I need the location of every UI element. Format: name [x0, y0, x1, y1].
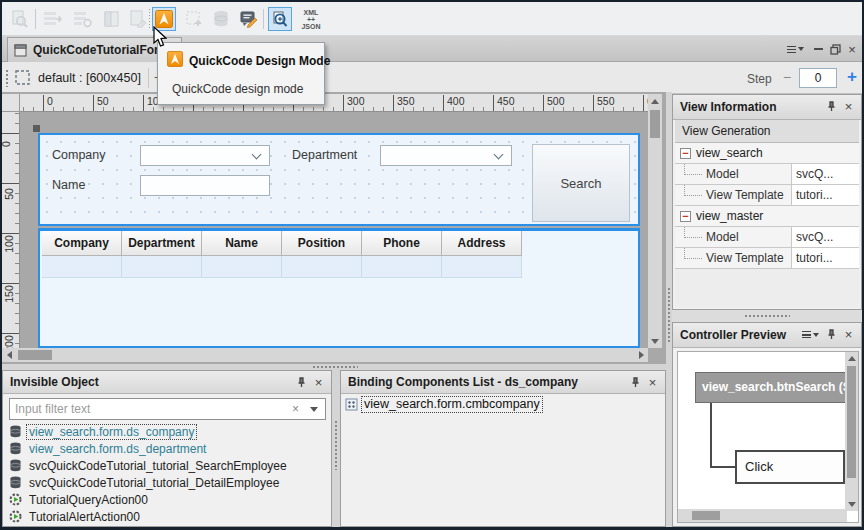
name-input[interactable]: [140, 175, 270, 196]
add-component-button[interactable]: [182, 7, 206, 31]
tree-row-value[interactable]: tutori...: [791, 185, 859, 205]
component-icon: [345, 398, 358, 411]
step-value-input[interactable]: [799, 68, 837, 88]
tree-row-label: View Template: [706, 251, 784, 265]
scrollbar-thumb[interactable]: [650, 110, 660, 138]
minimize-button[interactable]: [812, 42, 824, 56]
restore-button[interactable]: [828, 42, 842, 56]
close-panel-button[interactable]: ×: [841, 327, 856, 342]
panel-menu-button[interactable]: [801, 327, 819, 342]
collapse-icon[interactable]: −: [680, 148, 691, 159]
tree-row-value[interactable]: svcQ...: [791, 227, 859, 247]
tree-row-value[interactable]: svcQ...: [791, 164, 859, 184]
panel-header[interactable]: Invisible Object ×: [3, 371, 331, 394]
filter-input[interactable]: [15, 401, 275, 417]
scroll-up-button[interactable]: [648, 94, 662, 108]
triangle-down-icon: [651, 339, 659, 344]
close-panel-button[interactable]: ×: [841, 99, 856, 114]
toolbar-drag-grip[interactable]: [5, 69, 9, 87]
tree-row[interactable]: Model svcQ...: [675, 164, 859, 185]
pin-button[interactable]: [824, 327, 839, 342]
list-item[interactable]: TutorialQueryAction00: [5, 491, 329, 508]
tree-row[interactable]: View Template tutori...: [675, 248, 859, 269]
zoom-preview-button[interactable]: [268, 7, 292, 31]
results-grid[interactable]: Company Department Name Position Phone A…: [38, 228, 640, 348]
controller-vertical-scrollbar[interactable]: [845, 352, 858, 511]
design-area: 0 50 100 150 200 250 300 350 400 450 500…: [2, 92, 666, 364]
grid-cell: [442, 256, 522, 278]
grid-column-header[interactable]: Name: [202, 231, 282, 256]
xml-json-button[interactable]: XML++JSON: [296, 7, 326, 31]
generate-list-button[interactable]: [40, 7, 64, 31]
scroll-down-button[interactable]: [648, 334, 662, 348]
close-panel-button[interactable]: ×: [311, 375, 326, 390]
controller-node-btnsearch[interactable]: view_search.btnSearch (Se: [695, 372, 847, 403]
right-horizontal-splitter[interactable]: [672, 310, 862, 322]
tree-group-row[interactable]: − view_master: [675, 206, 859, 227]
search-button[interactable]: Search: [532, 144, 630, 222]
list-item[interactable]: svcQuickCodeTutorial_tutorial_SearchEmpl…: [5, 457, 329, 474]
selection-area-icon[interactable]: [14, 69, 31, 86]
grid-column-header[interactable]: Position: [282, 231, 362, 256]
scroll-left-button[interactable]: [2, 348, 16, 362]
binding-item[interactable]: view_search.form.cmbcompany: [345, 397, 542, 412]
minimize-icon: [814, 48, 823, 50]
selection-handle[interactable]: [33, 125, 40, 132]
scrollbar-thumb[interactable]: [18, 350, 52, 360]
panel-header[interactable]: Binding Components List - ds_company ×: [341, 371, 665, 394]
scroll-up-button[interactable]: [845, 352, 858, 365]
action-icon: [9, 493, 22, 506]
grid-column-header[interactable]: Company: [42, 231, 122, 256]
close-button[interactable]: ×: [846, 42, 858, 56]
vertical-splitter[interactable]: [332, 370, 340, 527]
design-vertical-scrollbar[interactable]: [648, 94, 662, 348]
panel-header[interactable]: Controller Preview ×: [673, 323, 861, 348]
scroll-right-button[interactable]: [634, 348, 648, 362]
page-edit-button[interactable]: [126, 7, 150, 31]
search-form-panel[interactable]: Company Department Name Search: [38, 133, 640, 226]
grid-column-header[interactable]: Department: [122, 231, 202, 256]
filter-dropdown-button[interactable]: [310, 407, 318, 412]
ruler-label: 100: [3, 235, 15, 253]
list-item[interactable]: view_search.form.ds_department: [5, 440, 329, 457]
list-item[interactable]: TutorialAlertAction00: [5, 508, 329, 524]
pin-button[interactable]: [824, 99, 839, 114]
list-item[interactable]: svcQuickCodeTutorial_tutorial_DetailEmpl…: [5, 474, 329, 491]
panel-header[interactable]: View Information ×: [673, 95, 861, 120]
database-tool-button[interactable]: [209, 7, 233, 31]
scrollbar-thumb[interactable]: [692, 511, 720, 520]
controller-canvas[interactable]: view_search.btnSearch (Se Click: [677, 351, 859, 523]
tree-row[interactable]: View Template tutori...: [675, 185, 859, 206]
generate-settings-button[interactable]: [70, 7, 94, 31]
clear-filter-button[interactable]: ×: [292, 402, 299, 416]
collapse-icon[interactable]: −: [680, 211, 691, 222]
template-button[interactable]: [100, 7, 124, 31]
close-panel-button[interactable]: ×: [645, 375, 660, 390]
menu-icon: [787, 46, 796, 53]
tree-row-value[interactable]: tutori...: [791, 248, 859, 268]
controller-event-click[interactable]: Click: [735, 450, 845, 484]
pin-button[interactable]: [294, 375, 309, 390]
department-combobox[interactable]: [380, 145, 512, 166]
mouse-cursor: [152, 26, 167, 48]
toolbar-separator: [148, 68, 149, 88]
step-increment-button[interactable]: +: [844, 67, 860, 87]
list-item-label: svcQuickCodeTutorial_tutorial_DetailEmpl…: [27, 476, 281, 490]
grid-column-header[interactable]: Address: [442, 231, 522, 256]
view-information-panel: View Information × View Generation − vie…: [672, 94, 862, 310]
step-decrement-button[interactable]: −: [780, 70, 794, 86]
export-preview-button[interactable]: [8, 7, 32, 31]
tree-group-row[interactable]: − view_search: [675, 143, 859, 164]
design-horizontal-scrollbar[interactable]: [2, 348, 648, 362]
form-design-canvas[interactable]: Company Department Name Search Company D…: [20, 112, 648, 348]
company-label: Company: [52, 148, 106, 162]
pin-button[interactable]: [628, 375, 643, 390]
memo-edit-button[interactable]: [236, 7, 260, 31]
scrollbar-thumb[interactable]: [847, 366, 856, 478]
company-combobox[interactable]: [140, 145, 270, 166]
tab-menu-button[interactable]: [786, 42, 804, 56]
controller-horizontal-scrollbar[interactable]: [678, 509, 847, 522]
tree-row[interactable]: Model svcQ...: [675, 227, 859, 248]
grid-column-header[interactable]: Phone: [362, 231, 442, 256]
list-item[interactable]: view_search.form.ds_company: [5, 423, 329, 440]
